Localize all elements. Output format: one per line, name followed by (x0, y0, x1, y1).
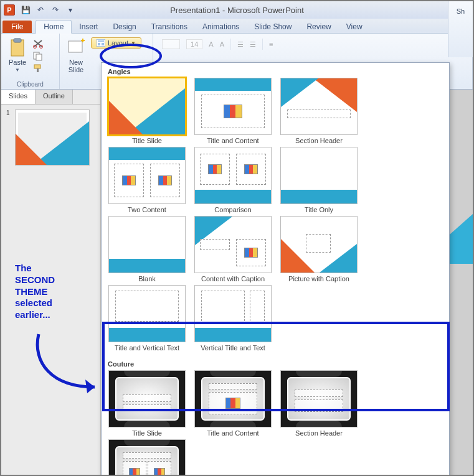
slide-number: 1 (6, 110, 10, 116)
paste-label: Paste (9, 58, 26, 66)
paste-more-icon[interactable]: ▼ (15, 67, 20, 73)
tab-home[interactable]: Home (36, 20, 72, 34)
annotation-text: TheSECONDTHEMEselectedearlier... (15, 263, 90, 321)
panel-tab-slides[interactable]: Slides (1, 90, 36, 104)
gallery-caption: Blank (138, 273, 156, 282)
cut-icon[interactable] (32, 39, 44, 49)
layout-section-header[interactable]: Section Header (278, 78, 359, 147)
layout-couture-two-content[interactable]: Two Content (107, 439, 187, 476)
gallery-caption: Vertical Title and Text (201, 342, 265, 352)
shrink-font-icon[interactable]: A (220, 40, 224, 48)
svg-rect-5 (36, 54, 42, 60)
gallery-caption: Section Header (295, 135, 343, 144)
format-painter-icon[interactable] (32, 63, 44, 73)
grow-font-icon[interactable]: A (209, 40, 213, 48)
chevron-down-icon: ▼ (131, 40, 136, 46)
gallery-caption: Title and Vertical Text (115, 342, 179, 352)
tab-file[interactable]: File (2, 21, 32, 33)
tab-view[interactable]: View (339, 21, 370, 33)
new-slide-icon (66, 37, 86, 57)
font-combo[interactable] (162, 39, 180, 49)
ribbon-tabstrip: File Home Insert Design Transitions Anim… (1, 19, 473, 34)
layout-title-only[interactable]: Title Only (278, 147, 359, 216)
tab-design[interactable]: Design (105, 21, 143, 33)
gallery-caption: Picture with Caption (288, 273, 349, 282)
svg-rect-6 (34, 65, 40, 68)
layout-gallery: Angles Title Slide Title and Content Sec… (101, 62, 450, 476)
tab-animations[interactable]: Animations (195, 21, 247, 33)
paste-icon (7, 37, 27, 57)
group-clipboard: Paste ▼ Clipboard (1, 34, 60, 89)
new-slide-button[interactable]: New Slide (65, 36, 87, 75)
group-share-cut: Sh (448, 1, 473, 57)
group-label-clipboard: Clipboard (6, 80, 54, 88)
slide-thumbnail[interactable] (15, 110, 90, 166)
gallery-caption: Title Slide (132, 135, 162, 144)
gallery-caption: Section Header (295, 427, 343, 437)
copy-icon[interactable] (32, 51, 44, 61)
tab-review[interactable]: Review (299, 21, 338, 33)
gallery-caption: Two Content (128, 204, 166, 213)
gallery-caption: Title and Content (207, 427, 258, 437)
svg-rect-8 (69, 41, 82, 52)
layout-couture-section-header[interactable]: Section Header (278, 370, 359, 439)
svg-rect-7 (37, 68, 39, 72)
redo-icon[interactable]: ↷ (50, 4, 61, 16)
svg-rect-1 (14, 39, 21, 42)
font-size-combo[interactable]: 14 (186, 39, 202, 49)
title-bar: P 💾 ↶ ↷ ▾ Presentation1 - Microsoft Powe… (1, 1, 473, 19)
layout-picture-with-caption[interactable]: Picture with Caption (278, 216, 359, 285)
gallery-caption: Title and Content (207, 135, 258, 144)
svg-rect-12 (102, 43, 104, 45)
layout-title-and-vertical-text[interactable]: Title and Vertical Text (107, 285, 187, 354)
layout-content-with-caption[interactable]: Content with Caption (192, 216, 273, 285)
layout-comparison[interactable]: Comparison (192, 147, 273, 216)
undo-icon[interactable]: ↶ (35, 4, 46, 16)
app-icon: P (4, 4, 15, 16)
tab-transitions[interactable]: Transitions (144, 21, 195, 33)
gallery-group-angles: Angles (107, 65, 444, 78)
layout-vertical-title-and-text[interactable]: Vertical Title and Text (192, 285, 273, 354)
layout-title-and-content[interactable]: Title and Content (192, 78, 273, 147)
new-slide-label: New Slide (69, 58, 83, 73)
gallery-group-couture: Couture (107, 358, 444, 370)
layout-icon (97, 39, 105, 47)
gallery-caption: Comparison (214, 204, 251, 213)
bullets-icon[interactable]: ☰ (237, 40, 244, 49)
tab-insert[interactable]: Insert (72, 21, 105, 33)
gallery-caption: Content with Caption (201, 273, 265, 282)
gallery-caption: Title Only (305, 204, 333, 213)
svg-rect-10 (98, 40, 104, 42)
numbering-icon[interactable]: ☰ (250, 40, 256, 49)
layout-blank[interactable]: Blank (107, 216, 187, 285)
layout-title-slide[interactable]: Title Slide (107, 78, 187, 147)
layout-couture-title-slide[interactable]: Title Slide (107, 370, 187, 439)
align-icon[interactable]: ≡ (269, 40, 273, 48)
svg-rect-11 (98, 43, 100, 45)
layout-two-content[interactable]: Two Content (107, 147, 187, 216)
layout-couture-title-and-content[interactable]: Title and Content (192, 370, 273, 439)
qat-more-icon[interactable]: ▾ (65, 4, 76, 16)
layout-button[interactable]: Layout ▼ (91, 37, 141, 49)
tab-slideshow[interactable]: Slide Show (247, 21, 299, 33)
paste-button[interactable]: Paste ▼ (6, 36, 29, 74)
quick-access-toolbar: 💾 ↶ ↷ ▾ (20, 4, 76, 16)
layout-label: Layout (108, 39, 128, 47)
save-icon[interactable]: 💾 (20, 4, 31, 16)
panel-tab-outline[interactable]: Outline (36, 90, 73, 104)
gallery-caption: Title Slide (132, 427, 162, 437)
